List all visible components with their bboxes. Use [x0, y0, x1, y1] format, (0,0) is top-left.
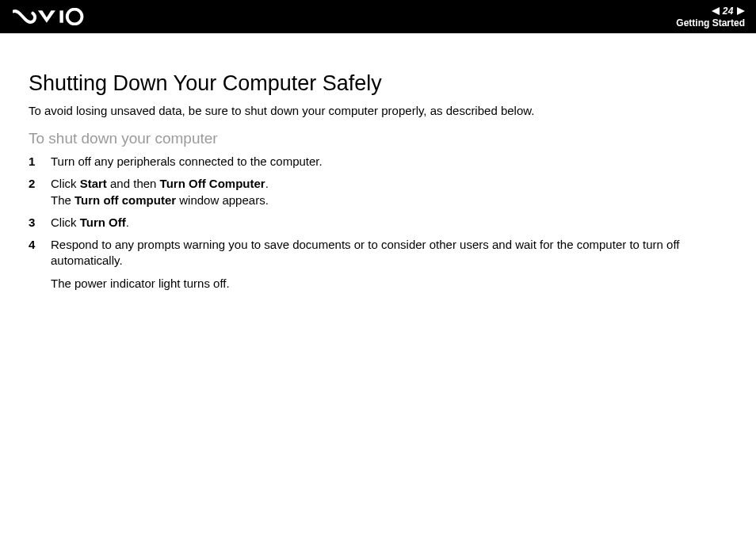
page-number: 24: [721, 6, 735, 17]
step-text: Respond to any prompts warning you to sa…: [51, 238, 679, 267]
pager: 24: [712, 6, 745, 17]
step-after: The power indicator light turns off.: [51, 276, 737, 292]
vaio-logo: [13, 0, 87, 33]
page-title: Shutting Down Your Computer Safely: [29, 71, 737, 96]
step-item: Click Turn Off.: [29, 215, 737, 231]
svg-point-1: [67, 10, 82, 25]
steps-list: Turn off any peripherals connected to th…: [29, 154, 737, 292]
page-content: Shutting Down Your Computer Safely To av…: [0, 33, 756, 292]
step-subtext: The Turn off computer window appears.: [51, 193, 737, 208]
step-text: Click Turn Off.: [51, 216, 129, 229]
next-page-icon[interactable]: [737, 7, 745, 15]
header-bar: 24 Getting Started: [0, 0, 756, 33]
section-label: Getting Started: [676, 17, 745, 29]
intro-text: To avoid losing unsaved data, be sure to…: [29, 104, 737, 117]
step-text: Click Start and then Turn Off Computer.: [51, 177, 269, 190]
step-item: Turn off any peripherals connected to th…: [29, 154, 737, 170]
prev-page-icon[interactable]: [712, 7, 720, 15]
svg-rect-0: [59, 10, 63, 22]
step-text: Turn off any peripherals connected to th…: [51, 154, 323, 168]
subtitle: To shut down your computer: [29, 130, 737, 147]
header-nav: 24 Getting Started: [676, 6, 745, 29]
step-item: Respond to any prompts warning you to sa…: [29, 237, 737, 292]
step-item: Click Start and then Turn Off Computer. …: [29, 176, 737, 208]
